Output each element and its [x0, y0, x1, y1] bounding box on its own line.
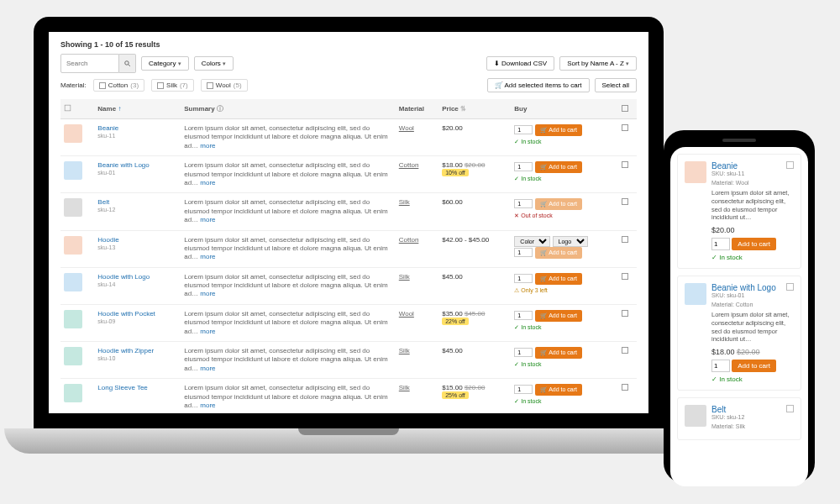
- add-to-cart-button[interactable]: Add to cart: [732, 360, 776, 372]
- quantity-input[interactable]: [514, 311, 533, 320]
- product-name-link[interactable]: Belt: [97, 198, 109, 206]
- product-thumbnail[interactable]: [64, 347, 82, 365]
- chevron-down-icon: ▾: [626, 60, 629, 66]
- filter-chip-cotton[interactable]: Cotton (3): [93, 79, 144, 92]
- more-link[interactable]: more: [200, 216, 215, 223]
- product-thumbnail[interactable]: [64, 124, 82, 143]
- add-to-cart-button[interactable]: Add to cart: [732, 238, 776, 250]
- add-to-cart-button[interactable]: 🛒 Add to cart: [535, 198, 582, 210]
- product-summary: Lorem ipsum dolor sit amet, consectetur …: [711, 311, 794, 344]
- row-checkbox[interactable]: [622, 273, 628, 280]
- product-name-link[interactable]: Beanie: [97, 124, 118, 132]
- row-checkbox[interactable]: [622, 198, 628, 205]
- product-thumbnail[interactable]: [64, 236, 82, 255]
- product-name-link[interactable]: Beanie: [711, 161, 794, 171]
- download-csv-button[interactable]: ⬇ Download CSV: [486, 56, 554, 71]
- color-select[interactable]: Color: [514, 236, 550, 247]
- row-checkbox[interactable]: [786, 161, 794, 169]
- more-link[interactable]: more: [200, 253, 215, 260]
- phone-frame: BeanieSKU: sku-11Material: WoolLorem ips…: [664, 130, 815, 483]
- row-checkbox[interactable]: [622, 310, 628, 317]
- quantity-input[interactable]: [711, 360, 730, 372]
- product-thumbnail[interactable]: [64, 273, 82, 291]
- material-tag[interactable]: Silk: [399, 347, 410, 354]
- col-material[interactable]: Material: [396, 99, 438, 119]
- add-to-cart-button[interactable]: 🛒 Add to cart: [535, 161, 582, 173]
- product-thumbnail[interactable]: [685, 283, 706, 305]
- material-tag[interactable]: Silk: [399, 384, 410, 391]
- row-checkbox[interactable]: [786, 283, 794, 291]
- svg-rect-2: [65, 105, 71, 111]
- logo-select[interactable]: Logo: [553, 236, 588, 247]
- material-tag[interactable]: Wool: [399, 310, 414, 318]
- material-tag[interactable]: Cotton: [399, 161, 419, 169]
- product-thumbnail[interactable]: [64, 198, 82, 217]
- quantity-input[interactable]: [514, 199, 533, 208]
- product-name-link[interactable]: Hoodie with Pocket: [97, 310, 155, 318]
- product-name-link[interactable]: Hoodie with Logo: [97, 273, 150, 281]
- select-all-button[interactable]: Select all: [595, 78, 637, 92]
- product-name-link[interactable]: Beanie with Logo: [711, 283, 794, 292]
- product-name-link[interactable]: Long Sleeve Tee: [97, 384, 147, 391]
- filter-chip-silk[interactable]: Silk (7): [151, 79, 194, 92]
- product-thumbnail[interactable]: [685, 405, 706, 427]
- material-tag[interactable]: Silk: [399, 198, 410, 206]
- search-input[interactable]: [60, 54, 119, 73]
- add-to-cart-button[interactable]: 🛒 Add to cart: [535, 310, 582, 322]
- row-checkbox[interactable]: [622, 124, 628, 131]
- colors-dropdown[interactable]: Colors ▾: [194, 56, 234, 71]
- material-tag[interactable]: Silk: [399, 273, 410, 281]
- quantity-input[interactable]: [514, 125, 533, 134]
- add-to-cart-button[interactable]: 🛒 Add to cart: [535, 124, 582, 136]
- quantity-input[interactable]: [514, 385, 533, 394]
- more-link[interactable]: more: [200, 142, 215, 150]
- more-link[interactable]: more: [200, 402, 215, 409]
- more-link[interactable]: more: [200, 179, 215, 186]
- row-checkbox[interactable]: [622, 161, 628, 168]
- product-thumbnail[interactable]: [685, 161, 706, 183]
- add-to-cart-button[interactable]: 🛒 Add to cart: [535, 247, 582, 259]
- col-name[interactable]: Name ↑: [94, 99, 181, 119]
- discount-badge: 25% off: [442, 391, 469, 399]
- material-tag[interactable]: Wool: [399, 124, 414, 132]
- row-checkbox[interactable]: [622, 384, 628, 391]
- stock-status: ✓ In stock: [514, 324, 615, 331]
- quantity-input[interactable]: [711, 238, 730, 250]
- more-link[interactable]: more: [200, 328, 215, 335]
- product-table: Name ↑ Summary ⓘ Material Price ⇅ Buy Be…: [60, 99, 637, 413]
- col-buy: Buy: [511, 99, 618, 119]
- row-checkbox[interactable]: [786, 405, 794, 412]
- price-value: $60.00: [442, 198, 462, 206]
- search-button[interactable]: [119, 54, 136, 73]
- more-link[interactable]: more: [200, 365, 215, 372]
- more-link[interactable]: more: [200, 290, 215, 297]
- product-name-link[interactable]: Hoodie with Zipper: [97, 347, 154, 354]
- product-thumbnail[interactable]: [64, 310, 82, 328]
- product-thumbnail[interactable]: [64, 384, 82, 402]
- add-to-cart-button[interactable]: 🛒 Add to cart: [535, 273, 582, 285]
- add-selected-button[interactable]: 🛒 Add selected items to cart: [487, 78, 590, 92]
- checkbox-icon: [622, 105, 628, 112]
- category-dropdown[interactable]: Category ▾: [141, 56, 189, 71]
- product-name-link[interactable]: Belt: [711, 405, 794, 414]
- add-to-cart-button[interactable]: 🛒 Add to cart: [535, 384, 582, 396]
- row-checkbox[interactable]: [622, 236, 628, 243]
- svg-line-1: [129, 65, 130, 66]
- product-sku: SKU: sku-12: [711, 414, 794, 420]
- quantity-input[interactable]: [514, 274, 533, 283]
- quantity-input[interactable]: [514, 248, 533, 257]
- sort-dropdown[interactable]: Sort by Name A - Z ▾: [559, 56, 637, 71]
- product-summary: Lorem ipsum dolor sit amet, consectetur …: [181, 304, 396, 341]
- info-icon: ⓘ: [217, 105, 223, 113]
- quantity-input[interactable]: [514, 162, 533, 171]
- add-to-cart-button[interactable]: 🛒 Add to cart: [535, 347, 582, 359]
- row-checkbox[interactable]: [622, 347, 628, 354]
- material-tag[interactable]: Cotton: [399, 236, 419, 244]
- product-name-link[interactable]: Hoodie: [97, 236, 118, 244]
- col-price[interactable]: Price ⇅: [438, 99, 511, 119]
- table-row: Beanie with Logosku-01Lorem ipsum dolor …: [60, 156, 637, 193]
- product-thumbnail[interactable]: [64, 161, 82, 180]
- filter-chip-wool[interactable]: Wool (5): [201, 79, 248, 92]
- quantity-input[interactable]: [514, 348, 533, 357]
- product-name-link[interactable]: Beanie with Logo: [97, 161, 149, 169]
